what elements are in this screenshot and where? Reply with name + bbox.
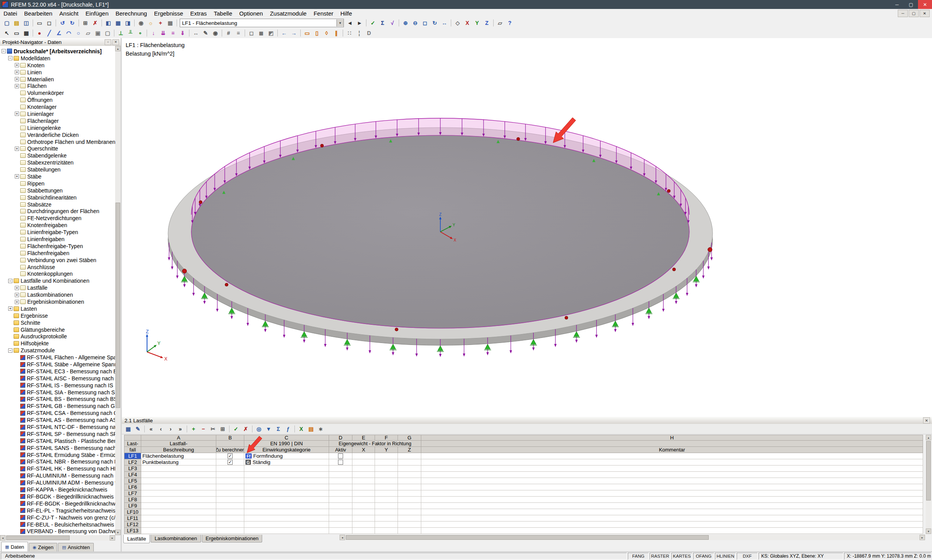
first-row-icon[interactable]: «	[146, 425, 156, 433]
cell-zu-berechnen[interactable]	[216, 484, 244, 490]
cell-faktor-x[interactable]	[352, 509, 375, 515]
nodal-support-icon[interactable]: ⊥	[116, 29, 126, 37]
cell-faktor-z[interactable]	[398, 497, 421, 503]
new-node-icon[interactable]: ●	[35, 29, 44, 37]
cell-kommentar[interactable]	[421, 497, 923, 503]
expand-icon[interactable]: +	[8, 306, 12, 311]
cell-faktor-y[interactable]	[375, 466, 398, 472]
cell-eigengewicht-aktiv[interactable]	[329, 459, 352, 466]
collapse-icon[interactable]: −	[8, 56, 12, 60]
expand-icon[interactable]: +	[15, 84, 19, 88]
table-list-icon[interactable]: ▦	[123, 425, 133, 433]
select-pointer-icon[interactable]: ↖	[2, 29, 12, 37]
checkbox[interactable]: ✓	[228, 453, 233, 458]
expand-icon[interactable]: +	[15, 286, 19, 290]
tree-item-rf-stahl-ec3-bemessung-nach-euro[interactable]: RF-STAHL EC3 - Bemessung nach Euro	[0, 368, 115, 375]
tree-item-rippen[interactable]: Rippen	[0, 180, 115, 187]
cell-kommentar[interactable]	[421, 490, 923, 497]
cell-einwirkungskategorie[interactable]	[244, 522, 329, 528]
new-solid-icon[interactable]: ▣	[93, 29, 103, 37]
tree-item-rf-stahl-sia-bemessung-nach-sia[interactable]: RF-STAHL SIA - Bemessung nach SIA	[0, 389, 115, 396]
cell-zu-berechnen[interactable]	[216, 515, 244, 522]
cell-faktor-y[interactable]	[375, 459, 398, 466]
navigator-vscrollbar[interactable]: ▲ ▼	[115, 46, 121, 535]
render-mode-icon[interactable]: ◉	[136, 19, 146, 27]
minimize-button[interactable]: ─	[890, 0, 904, 9]
menu-zusatzmodule[interactable]: Zusatzmodule	[266, 9, 310, 18]
row-header[interactable]: LF8	[124, 497, 141, 503]
new-circle-icon[interactable]: ○	[74, 29, 83, 37]
new-surface-icon[interactable]: ▱	[83, 29, 93, 37]
tree-item-rf-stahl-bs-bemessung-nach-bs[interactable]: RF-STAHL BS - Bemessung nach BS	[0, 396, 115, 403]
cell-kommentar[interactable]	[421, 509, 923, 515]
cell-eigengewicht-aktiv[interactable]	[329, 466, 352, 472]
row-header[interactable]: LF6	[124, 484, 141, 490]
collapse-icon[interactable]: −	[8, 348, 12, 353]
tree-item-veränderliche-dicken[interactable]: Veränderliche Dicken	[0, 131, 115, 138]
load-case-combo[interactable]: LF1 - Flächenbelastung▼	[180, 19, 344, 27]
cell-eigengewicht-aktiv[interactable]	[329, 503, 352, 509]
zoom-window-icon[interactable]: ◻	[420, 19, 430, 27]
row-header[interactable]: LF4	[124, 472, 141, 478]
cell-zu-berechnen[interactable]	[216, 466, 244, 472]
cell-zu-berechnen[interactable]	[216, 497, 244, 503]
tree-item-stabexzentrizitäten[interactable]: Stabexzentrizitäten	[0, 159, 115, 166]
cell-faktor-y[interactable]	[375, 484, 398, 490]
mdi-minimize-button[interactable]: ─	[898, 10, 908, 17]
status-toggle-ofang[interactable]: OFANG	[693, 553, 714, 560]
find-icon[interactable]: ◎	[254, 425, 264, 433]
solid-display-icon[interactable]: ◼	[256, 29, 266, 37]
cell-beschreibung[interactable]	[141, 509, 216, 515]
view-y-icon[interactable]: Y	[472, 19, 482, 27]
tree-item-rf-stahl-flächen-allgemeine-spann[interactable]: RF-STAHL Flächen - Allgemeine Spann	[0, 354, 115, 361]
check-data-icon[interactable]: ✓	[368, 19, 378, 27]
cell-faktor-z[interactable]	[398, 503, 421, 509]
fx-icon[interactable]: ƒ	[283, 425, 293, 433]
calculate-all-icon[interactable]: Σ	[378, 19, 387, 27]
view-x-icon[interactable]: X	[462, 19, 472, 27]
row-header[interactable]: LF12	[124, 522, 141, 528]
dimension-icon[interactable]: ↔	[191, 29, 201, 37]
prev-load-case-icon[interactable]: ◄	[345, 19, 355, 27]
tree-item-knotenlager[interactable]: Knotenlager	[0, 103, 115, 110]
cell-faktor-x[interactable]	[352, 528, 375, 534]
table-tab-lastfälle[interactable]: Lastfälle	[123, 535, 150, 543]
new-window-icon[interactable]: ▱	[495, 19, 505, 27]
cell-zu-berechnen[interactable]: ✓	[216, 459, 244, 466]
tree-item-druckschale-arbeitsverzeichnis[interactable]: −Druckschale* [Arbeitsverzeichnis]	[0, 48, 115, 55]
cell-einwirkungskategorie[interactable]	[244, 490, 329, 497]
zoom-next-icon[interactable]: →	[289, 29, 299, 37]
tree-item-rf-c-zu-t-nachweis-von-grenz-c-t[interactable]: RF-C-ZU-T - Nachweis von grenz (c/t)	[0, 514, 115, 521]
new-arc-icon[interactable]: ◠	[64, 29, 74, 37]
prev-row-icon[interactable]: ‹	[156, 425, 166, 433]
tree-item-materialien[interactable]: +Materialien	[0, 76, 115, 83]
numbering-icon[interactable]: #	[224, 29, 233, 37]
tree-item-rf-stahl-aisc-bemessung-nach-aisc[interactable]: RF-STAHL AISC - Bemessung nach AISC	[0, 375, 115, 382]
row-header[interactable]: LF2	[124, 459, 141, 466]
sum-icon[interactable]: Σ	[273, 425, 283, 433]
cell-einwirkungskategorie[interactable]: FfFormfindung	[244, 453, 329, 459]
import-icon[interactable]: ▤	[306, 425, 316, 433]
move-view-icon[interactable]: ↔	[440, 19, 449, 27]
tree-item-modelldaten[interactable]: −Modelldaten	[0, 55, 115, 62]
cell-kommentar[interactable]	[421, 459, 923, 466]
tree-item-verbindung-von-zwei-stäben[interactable]: Verbindung von zwei Stäben	[0, 257, 115, 264]
wireframe-icon[interactable]: ◻	[247, 29, 256, 37]
status-toggle-hlinien[interactable]: HLINIEN	[715, 553, 736, 560]
table-tab-lastkombinationen[interactable]: Lastkombinationen	[151, 535, 201, 542]
copy-row-icon[interactable]: ⊞	[218, 425, 228, 433]
navigator-tab-zeigen[interactable]: ◉Zeigen	[29, 543, 57, 551]
close-icon[interactable]: ✕	[923, 417, 930, 424]
row-header[interactable]: LF9	[124, 503, 141, 509]
cell-faktor-x[interactable]	[352, 472, 375, 478]
cell-faktor-z[interactable]	[398, 490, 421, 497]
cell-zu-berechnen[interactable]	[216, 503, 244, 509]
expand-icon[interactable]: +	[15, 63, 19, 67]
tree-item-rf-stahl-ntc-df-bemessung-nach[interactable]: RF-STAHL NTC-DF - Bemessung nach	[0, 424, 115, 430]
tree-item-flächenfreigaben[interactable]: Flächenfreigaben	[0, 250, 115, 257]
mdi-close-button[interactable]: ✕	[920, 10, 930, 17]
cell-beschreibung[interactable]	[141, 528, 216, 534]
tree-item-stabendgelenke[interactable]: Stabendgelenke	[0, 152, 115, 159]
cell-einwirkungskategorie[interactable]: GStändig	[244, 459, 329, 466]
scrollbar-thumb[interactable]	[6, 536, 70, 540]
